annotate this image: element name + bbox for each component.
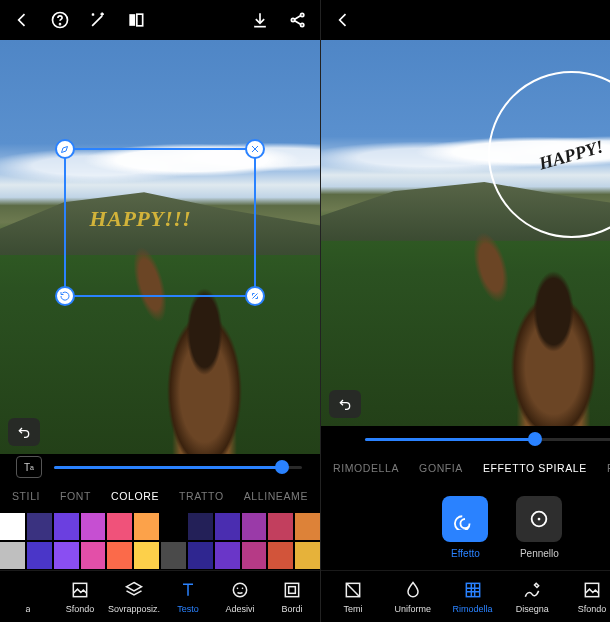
- editor-pane-left: HAPPY!!! Ta STILIFONTCOLORETRATTOALLINEA…: [0, 0, 321, 622]
- opacity-slider[interactable]: [54, 466, 302, 469]
- edit-handle-icon[interactable]: [55, 139, 75, 159]
- canvas[interactable]: HAPPY!!!: [0, 40, 320, 454]
- selection-box[interactable]: [64, 148, 256, 297]
- opacity-slider-row: Ta: [0, 454, 320, 480]
- grid-warp-icon: [462, 579, 484, 601]
- color-swatch[interactable]: [215, 542, 240, 569]
- border-icon: [281, 579, 303, 601]
- color-swatch[interactable]: [242, 513, 267, 540]
- svg-point-1: [60, 24, 61, 25]
- color-swatch[interactable]: [107, 513, 132, 540]
- effect-mode-row: EffettoPennello: [321, 484, 610, 570]
- nav-partial[interactable]: a: [4, 579, 52, 614]
- color-swatch[interactable]: [134, 513, 159, 540]
- text-subtabs: STILIFONTCOLORETRATTOALLINEAME: [0, 480, 320, 512]
- color-swatch[interactable]: [268, 542, 293, 569]
- sticker-icon: [229, 579, 251, 601]
- nav-sovrapposiz.[interactable]: Sovrapposiz.: [108, 579, 160, 614]
- color-swatch[interactable]: [107, 542, 132, 569]
- nav-sfondo[interactable]: Sfondo: [568, 579, 610, 614]
- help-button[interactable]: [44, 4, 76, 36]
- nav-label: Adesivi: [225, 604, 254, 614]
- subtab-font[interactable]: FONT: [60, 490, 91, 502]
- subtab-gonfia[interactable]: GONFIA: [419, 462, 463, 474]
- share-button[interactable]: [282, 4, 314, 36]
- nav-temi[interactable]: Temi: [329, 579, 377, 614]
- bottom-nav: TemiUniformeRimodellaDisegnaSfondoSov: [321, 570, 610, 622]
- back-button[interactable]: [6, 4, 38, 36]
- effect-slider-row: [321, 426, 610, 452]
- subtab-tratto[interactable]: TRATTO: [179, 490, 224, 502]
- color-swatches: [0, 512, 320, 570]
- color-swatch[interactable]: [134, 542, 159, 569]
- nav-label: Bordi: [281, 604, 302, 614]
- color-swatch[interactable]: [188, 542, 213, 569]
- svg-point-17: [538, 517, 541, 520]
- subtab-colore[interactable]: COLORE: [111, 490, 159, 502]
- color-swatch[interactable]: [54, 542, 79, 569]
- nav-sfondo[interactable]: Sfondo: [56, 579, 104, 614]
- undo-button[interactable]: [8, 418, 40, 446]
- svg-rect-2: [129, 14, 135, 26]
- color-swatch[interactable]: [161, 542, 186, 569]
- color-swatch[interactable]: [242, 542, 267, 569]
- color-swatch[interactable]: [0, 542, 25, 569]
- magic-wand-button[interactable]: [82, 4, 114, 36]
- compare-button[interactable]: [120, 4, 152, 36]
- color-swatch[interactable]: [215, 513, 240, 540]
- fx-pennello[interactable]: Pennello: [516, 496, 562, 559]
- svg-rect-11: [285, 583, 298, 596]
- nav-label: Disegna: [516, 604, 549, 614]
- subtab-stili[interactable]: STILI: [12, 490, 40, 502]
- rotate-handle-icon[interactable]: [55, 286, 75, 306]
- color-swatch[interactable]: [54, 513, 79, 540]
- nav-testo[interactable]: Testo: [164, 579, 212, 614]
- svg-point-9: [237, 588, 239, 590]
- top-bar: [321, 0, 610, 40]
- svg-point-6: [301, 23, 304, 26]
- bottom-nav: aSfondoSovrapposiz.TestoAdesiviBordi: [0, 570, 320, 622]
- color-swatch[interactable]: [0, 513, 25, 540]
- draw-icon: [521, 579, 543, 601]
- color-swatch[interactable]: [295, 513, 320, 540]
- undo-button[interactable]: [329, 390, 361, 418]
- resize-handle-icon[interactable]: [245, 286, 265, 306]
- reshape-subtabs: RIMODELLAGONFIAEFFETTO SPIRALERIPRISTINA: [321, 452, 610, 484]
- svg-rect-20: [585, 583, 598, 596]
- subtab-allineame[interactable]: ALLINEAME: [244, 490, 308, 502]
- nav-disegna[interactable]: Disegna: [508, 579, 556, 614]
- background-icon: [69, 579, 91, 601]
- effect-slider[interactable]: [365, 438, 610, 441]
- fx-effetto[interactable]: Effetto: [442, 496, 488, 559]
- svg-point-5: [301, 13, 304, 16]
- svg-rect-19: [466, 583, 479, 596]
- nav-adesivi[interactable]: Adesivi: [216, 579, 264, 614]
- color-swatch[interactable]: [81, 513, 106, 540]
- close-handle-icon[interactable]: [245, 139, 265, 159]
- svg-rect-7: [73, 583, 86, 596]
- svg-point-8: [233, 583, 246, 596]
- svg-point-4: [291, 18, 294, 21]
- download-button[interactable]: [244, 4, 276, 36]
- nav-label: Temi: [343, 604, 362, 614]
- svg-rect-3: [137, 14, 143, 26]
- nav-bordi[interactable]: Bordi: [268, 579, 316, 614]
- color-swatch[interactable]: [295, 542, 320, 569]
- nav-uniforme[interactable]: Uniforme: [389, 579, 437, 614]
- nav-rimodella[interactable]: Rimodella: [449, 579, 497, 614]
- subtab-rimodella[interactable]: RIMODELLA: [333, 462, 399, 474]
- subtab-effetto spirale[interactable]: EFFETTO SPIRALE: [483, 462, 587, 474]
- color-swatch[interactable]: [81, 542, 106, 569]
- color-swatch[interactable]: [188, 513, 213, 540]
- color-swatch[interactable]: [27, 513, 52, 540]
- canvas[interactable]: HAPPY!: [321, 40, 610, 426]
- background-icon: [581, 579, 603, 601]
- back-button[interactable]: [327, 4, 359, 36]
- color-swatch[interactable]: [268, 513, 293, 540]
- nav-label: Rimodella: [452, 604, 492, 614]
- spiral-effect-icon: [442, 496, 488, 542]
- color-swatch[interactable]: [161, 513, 186, 540]
- text-style-toggle[interactable]: Ta: [16, 456, 42, 478]
- color-swatch[interactable]: [27, 542, 52, 569]
- nav-label: Sovrapposiz.: [108, 604, 160, 614]
